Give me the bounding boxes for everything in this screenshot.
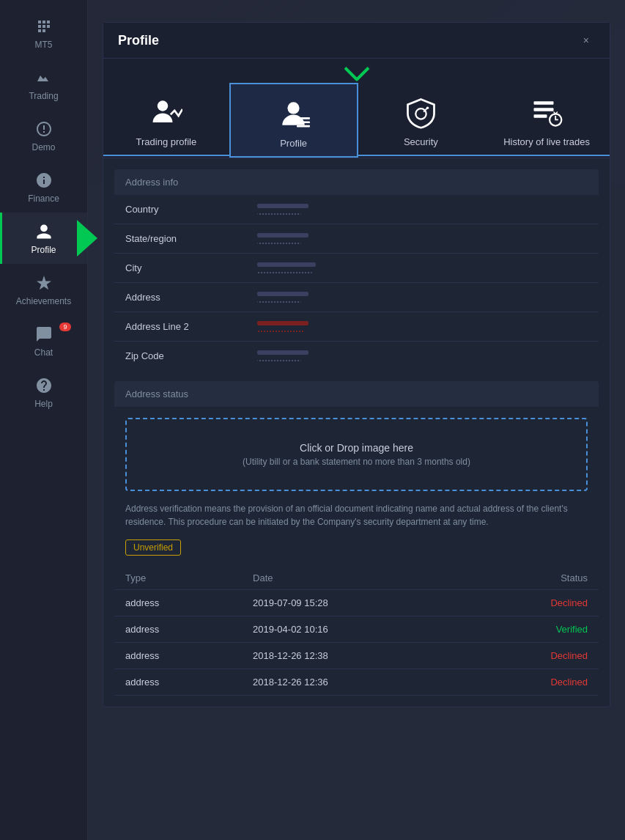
security-icon	[402, 94, 439, 130]
tab-label-history: History of live trades	[503, 136, 590, 147]
field-value-zip	[257, 350, 588, 361]
field-label-address2: Address Line 2	[125, 321, 257, 332]
sidebar-item-help[interactable]: Help	[0, 366, 87, 418]
tab-security[interactable]: Security	[358, 83, 484, 158]
cell-type: address	[114, 590, 242, 616]
bar-dotted	[257, 210, 301, 215]
profile-tab-icon	[275, 95, 312, 132]
field-label-city: City	[125, 262, 257, 273]
col-header-type: Type	[114, 567, 242, 590]
sidebar-item-chat[interactable]: Chat 9	[0, 315, 87, 366]
tab-underline-trading-profile	[103, 155, 229, 156]
chat-icon	[34, 324, 54, 345]
table-row: address2018-12-26 12:38Declined	[114, 643, 599, 669]
modal-title: Profile	[118, 33, 159, 48]
tab-label-security: Security	[404, 136, 438, 147]
sidebar-label-demo: Demo	[32, 142, 55, 152]
sidebar-item-achievements[interactable]: Achievements	[0, 264, 87, 315]
sidebar-label-chat: Chat	[34, 347, 53, 358]
table-row: address2018-12-26 12:36Declined	[114, 669, 599, 696]
field-city: City	[114, 254, 599, 283]
sidebar-label-mt5: MT5	[35, 40, 53, 50]
tab-profile[interactable]: Profile	[229, 83, 358, 158]
sidebar-item-demo[interactable]: Demo	[0, 110, 87, 161]
svg-rect-10	[297, 121, 310, 123]
sidebar-item-finance[interactable]: Finance	[0, 161, 87, 213]
cell-type: address	[114, 616, 242, 643]
cell-type: address	[114, 669, 242, 696]
tab-underline-security	[358, 155, 484, 156]
tab-trading-profile[interactable]: Trading profile	[103, 83, 229, 158]
tab-label-profile: Profile	[280, 138, 307, 149]
sidebar: MT5 Trading Demo Finance Profile Achie	[0, 0, 88, 840]
col-header-date: Date	[242, 567, 464, 590]
svg-point-7	[158, 100, 168, 111]
bar	[257, 350, 308, 355]
address-info-header: Address info	[114, 169, 599, 195]
sidebar-item-profile[interactable]: Profile	[0, 213, 87, 264]
field-zip: Zip Code	[114, 342, 599, 370]
field-value-address2	[257, 321, 588, 332]
cell-date: 2019-04-02 10:16	[242, 616, 464, 643]
field-label-country: Country	[125, 204, 257, 215]
address-status-section: Address status Click or Drop image here …	[114, 381, 599, 696]
drop-zone-main-text: Click or Drop image here	[300, 442, 413, 454]
sidebar-label-finance: Finance	[28, 194, 59, 204]
sidebar-item-mt5[interactable]: MT5	[0, 7, 87, 59]
bar-dotted	[257, 240, 301, 244]
field-value-state	[257, 233, 588, 244]
verification-table: Type Date Status address2019-07-09 15:28…	[114, 567, 599, 696]
table-row: address2019-04-02 10:16Verified	[114, 616, 599, 643]
bar-dotted	[257, 269, 312, 273]
table-row: address2019-07-09 15:28Declined	[114, 590, 599, 616]
field-label-zip: Zip Code	[125, 350, 257, 361]
bar	[257, 204, 308, 208]
field-country: Country	[114, 195, 599, 224]
address-info-section: Address info Country State/region	[114, 169, 599, 370]
svg-marker-0	[77, 220, 97, 257]
cell-date: 2018-12-26 12:36	[242, 669, 464, 696]
history-icon	[528, 94, 565, 130]
sidebar-label-help: Help	[34, 399, 53, 409]
tab-label-trading-profile: Trading profile	[136, 136, 197, 147]
bar-red-dotted	[257, 328, 305, 332]
cell-type: address	[114, 643, 242, 669]
modal-header: Profile ×	[103, 23, 610, 59]
sidebar-item-trading[interactable]: Trading	[0, 59, 87, 110]
finance-icon	[34, 170, 54, 191]
profile-icon	[34, 221, 54, 242]
drop-zone[interactable]: Click or Drop image here (Utility bill o…	[125, 418, 588, 491]
sidebar-label-achievements: Achievements	[16, 296, 71, 306]
main-content: Profile × Trading profile	[88, 0, 625, 840]
cell-date: 2018-12-26 12:38	[242, 643, 464, 669]
field-state: State/region	[114, 224, 599, 254]
sidebar-label-trading: Trading	[29, 91, 58, 101]
help-icon	[34, 375, 54, 396]
field-label-state: State/region	[125, 233, 257, 244]
bar	[257, 262, 316, 267]
profile-modal: Profile × Trading profile	[103, 22, 610, 707]
tab-history[interactable]: History of live trades	[484, 83, 610, 158]
col-header-status: Status	[464, 567, 599, 590]
bar	[257, 292, 308, 296]
trading-profile-icon	[148, 94, 185, 130]
chevron-down-icon	[342, 65, 371, 83]
svg-point-13	[426, 106, 429, 109]
close-button[interactable]: ×	[577, 32, 595, 49]
cell-status: Declined	[464, 669, 599, 696]
svg-rect-14	[533, 101, 553, 105]
field-value-address	[257, 292, 588, 303]
svg-rect-11	[297, 125, 310, 127]
cell-status: Verified	[464, 616, 599, 643]
bar-dotted	[257, 298, 301, 303]
sidebar-label-profile: Profile	[31, 245, 56, 255]
unverified-badge: Unverified	[125, 539, 181, 556]
svg-rect-16	[533, 114, 547, 118]
chat-badge: 9	[59, 323, 71, 331]
field-address: Address	[114, 283, 599, 312]
svg-point-8	[288, 102, 300, 114]
drop-zone-sub-text: (Utility bill or a bank statement no mor…	[243, 457, 470, 467]
verification-text: Address verification means the provision…	[114, 502, 599, 539]
mt5-icon	[34, 16, 54, 37]
address-status-header: Address status	[114, 381, 599, 407]
